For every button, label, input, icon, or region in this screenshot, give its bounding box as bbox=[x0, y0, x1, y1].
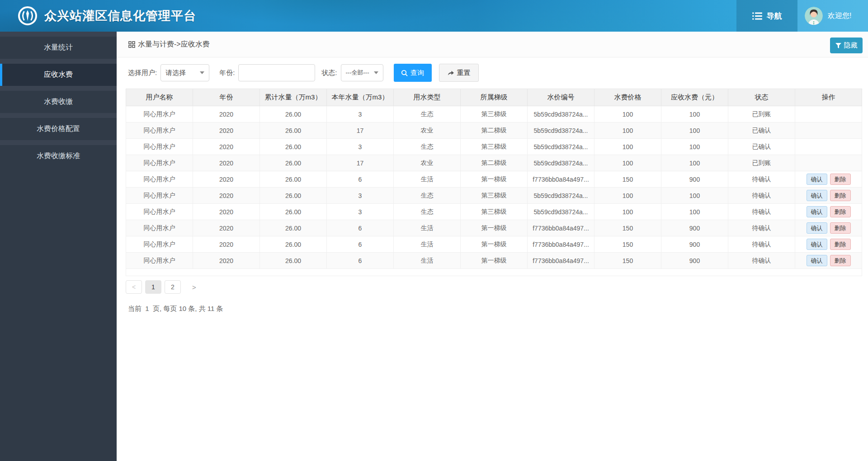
cell-user: 同心用水户 bbox=[126, 122, 193, 139]
page-button-1[interactable]: 1 bbox=[145, 280, 161, 294]
pagination-summary: 当前 1 页, 每页 10 条, 共 11 条 bbox=[128, 305, 223, 313]
prev-page-button[interactable]: < bbox=[126, 280, 142, 294]
cell-year: 2020 bbox=[193, 106, 260, 122]
status-label: 状态: bbox=[321, 69, 337, 77]
reset-button[interactable]: 重置 bbox=[439, 64, 479, 82]
confirm-button[interactable]: 确认 bbox=[807, 174, 827, 185]
cell-user: 同心用水户 bbox=[126, 236, 193, 253]
page-button-2[interactable]: 2 bbox=[165, 280, 181, 294]
cell-user: 同心用水户 bbox=[126, 171, 193, 188]
table-row: 同心用水户202026.003生态第三梯级5b59cd9d38724a...10… bbox=[126, 204, 862, 220]
cell-current: 3 bbox=[327, 204, 394, 220]
next-page-button[interactable]: > bbox=[189, 283, 199, 292]
cell-type: 生态 bbox=[394, 106, 461, 122]
sidebar-item-fee-collection[interactable]: 水费收缴 bbox=[0, 91, 117, 113]
cell-price: 100 bbox=[594, 106, 661, 122]
cell-amount: 100 bbox=[661, 204, 728, 220]
sidebar-item-fee-collection-standard[interactable]: 水费收缴标准 bbox=[0, 145, 117, 167]
cell-price: 150 bbox=[594, 236, 661, 253]
cell-tier: 第一梯级 bbox=[461, 171, 528, 188]
confirm-button[interactable]: 确认 bbox=[807, 222, 827, 234]
cell-type: 生活 bbox=[394, 171, 461, 188]
cell-user: 同心用水户 bbox=[126, 155, 193, 171]
column-header: 应收水费（元） bbox=[661, 89, 728, 106]
table-row: 同心用水户202026.003生态第三梯级5b59cd9d38724a...10… bbox=[126, 106, 862, 122]
column-header: 年份 bbox=[193, 89, 260, 106]
pagination: < 12 > bbox=[126, 280, 199, 294]
sidebar-divider bbox=[0, 113, 117, 118]
cell-price: 150 bbox=[594, 171, 661, 188]
confirm-button[interactable]: 确认 bbox=[807, 239, 827, 250]
cell-year: 2020 bbox=[193, 155, 260, 171]
table-spacer-cell bbox=[126, 269, 862, 276]
page-list: 12 bbox=[145, 280, 181, 294]
main-content: 水量与计费->应收水费 隐藏 选择用户: 请选择 年份: 状态: ---全部--… bbox=[117, 32, 868, 461]
cell-price: 100 bbox=[594, 139, 661, 155]
confirm-button[interactable]: 确认 bbox=[807, 190, 827, 202]
cell-price_id: f7736bb0a84a497... bbox=[528, 171, 594, 188]
cell-total: 26.00 bbox=[260, 253, 327, 269]
cell-current: 3 bbox=[327, 188, 394, 204]
cell-total: 26.00 bbox=[260, 204, 327, 220]
cell-price: 150 bbox=[594, 253, 661, 269]
menu-list-icon bbox=[752, 12, 762, 20]
cell-type: 农业 bbox=[394, 122, 461, 139]
magnifier-icon bbox=[401, 70, 408, 76]
column-header: 所属梯级 bbox=[461, 89, 528, 106]
cell-current: 17 bbox=[327, 155, 394, 171]
cell-current: 6 bbox=[327, 253, 394, 269]
cell-price_id: 5b59cd9d38724a... bbox=[528, 204, 594, 220]
status-select[interactable]: ---全部--- bbox=[341, 64, 383, 81]
avatar[interactable] bbox=[805, 7, 823, 25]
sidebar-item-receivable-fees[interactable]: 应收水费 bbox=[0, 64, 117, 86]
confirm-button[interactable]: 确认 bbox=[807, 206, 827, 218]
cell-current: 3 bbox=[327, 106, 394, 122]
cell-actions bbox=[795, 122, 862, 139]
cell-status: 已确认 bbox=[728, 122, 795, 139]
user-select[interactable]: 请选择 bbox=[160, 64, 209, 81]
cell-year: 2020 bbox=[193, 171, 260, 188]
search-button[interactable]: 查询 bbox=[394, 64, 432, 82]
cell-actions: 确认删除 bbox=[795, 171, 862, 188]
cell-status: 待确认 bbox=[728, 253, 795, 269]
user-block: 欢迎您! bbox=[797, 0, 868, 32]
cell-tier: 第三梯级 bbox=[461, 139, 528, 155]
cell-tier: 第一梯级 bbox=[461, 220, 528, 236]
sidebar-item-water-stats[interactable]: 水量统计 bbox=[0, 37, 117, 59]
delete-button[interactable]: 删除 bbox=[830, 174, 851, 185]
table-body: 同心用水户202026.003生态第三梯级5b59cd9d38724a...10… bbox=[126, 106, 862, 269]
confirm-button[interactable]: 确认 bbox=[807, 255, 827, 267]
delete-button[interactable]: 删除 bbox=[830, 190, 851, 202]
cell-current: 17 bbox=[327, 122, 394, 139]
cell-user: 同心用水户 bbox=[126, 204, 193, 220]
cell-amount: 100 bbox=[661, 139, 728, 155]
delete-button[interactable]: 删除 bbox=[830, 206, 851, 218]
cell-price_id: 5b59cd9d38724a... bbox=[528, 106, 594, 122]
sidebar-divider bbox=[0, 59, 117, 64]
cell-price: 100 bbox=[594, 188, 661, 204]
cell-tier: 第一梯级 bbox=[461, 236, 528, 253]
delete-button[interactable]: 删除 bbox=[830, 255, 851, 267]
cell-type: 生态 bbox=[394, 188, 461, 204]
cell-price_id: f7736bb0a84a497... bbox=[528, 220, 594, 236]
delete-button[interactable]: 删除 bbox=[830, 222, 851, 234]
cell-actions: 确认删除 bbox=[795, 204, 862, 220]
column-header: 用水类型 bbox=[394, 89, 461, 106]
hide-filter-button[interactable]: 隐藏 bbox=[830, 38, 863, 53]
cell-price_id: 5b59cd9d38724a... bbox=[528, 155, 594, 171]
table-row: 同心用水户202026.006生活第一梯级f7736bb0a84a497...1… bbox=[126, 220, 862, 236]
top-header: 众兴站灌区信息化管理平台 导航 bbox=[0, 0, 868, 32]
nav-toggle[interactable]: 导航 bbox=[736, 0, 797, 32]
sidebar-item-fee-price-config[interactable]: 水费价格配置 bbox=[0, 118, 117, 140]
year-input[interactable] bbox=[238, 64, 315, 81]
column-header: 本年水量（万m3） bbox=[327, 89, 394, 106]
cell-price_id: 5b59cd9d38724a... bbox=[528, 139, 594, 155]
cell-user: 同心用水户 bbox=[126, 106, 193, 122]
cell-actions: 确认删除 bbox=[795, 188, 862, 204]
cell-amount: 100 bbox=[661, 106, 728, 122]
table-row: 同心用水户202026.0017农业第二梯级5b59cd9d38724a...1… bbox=[126, 122, 862, 139]
grid-icon bbox=[128, 41, 135, 48]
cell-price_id: f7736bb0a84a497... bbox=[528, 236, 594, 253]
delete-button[interactable]: 删除 bbox=[830, 239, 851, 250]
cell-type: 农业 bbox=[394, 155, 461, 171]
